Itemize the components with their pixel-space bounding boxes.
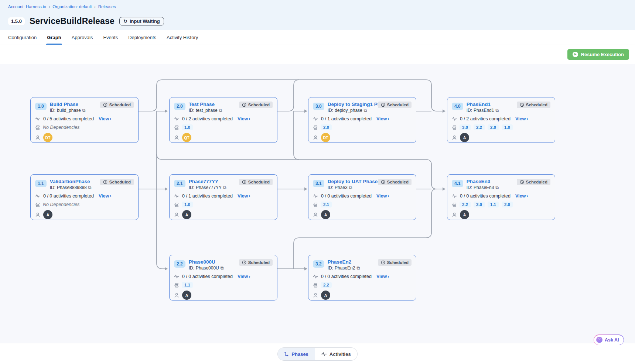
avatar[interactable]: QT xyxy=(182,133,191,142)
activities-toggle-button[interactable]: Activities xyxy=(315,348,357,360)
dependency-chip[interactable]: 2.0 xyxy=(488,124,499,130)
view-activities-link[interactable]: View› xyxy=(376,193,389,199)
breadcrumb-account-link[interactable]: Account: Harness.io xyxy=(8,4,46,9)
phase-card[interactable]: 1.1 ValidartionPhase ID:Phase8889898 ⧉ S… xyxy=(30,174,139,220)
phase-name-link[interactable]: Test Phase xyxy=(189,102,239,107)
view-activities-link[interactable]: View› xyxy=(99,193,111,199)
tab-configuration[interactable]: Configuration xyxy=(8,30,37,45)
phase-graph-canvas[interactable]: Ask AI 1.0 Build Phase ID:build_phase ⧉ … xyxy=(0,64,635,343)
tab-graph[interactable]: Graph xyxy=(47,30,61,45)
view-activities-link[interactable]: View› xyxy=(238,274,250,279)
phase-card[interactable]: 1.0 Build Phase ID:build_phase ⧉ Schedul… xyxy=(30,97,139,143)
assignee-row: A xyxy=(313,210,412,219)
phase-card[interactable]: 2.2 Phase000U ID:Phase000U ⧉ Scheduled xyxy=(169,255,277,301)
breadcrumb-organization-link[interactable]: Organization: default xyxy=(52,4,92,9)
dependency-chip[interactable]: 1.1 xyxy=(182,282,193,288)
view-activities-link[interactable]: View› xyxy=(376,116,389,121)
dependency-chip[interactable]: 3.0 xyxy=(474,202,485,207)
dependency-chip[interactable]: 3.0 xyxy=(460,124,471,130)
avatar[interactable]: A xyxy=(460,133,469,142)
dependency-chip[interactable]: 2.0 xyxy=(321,124,332,130)
copy-icon[interactable]: ⧉ xyxy=(88,185,92,190)
avatar[interactable]: A xyxy=(43,210,52,219)
avatar[interactable]: DT xyxy=(321,133,330,142)
activities-count: 0 / 2 activities completed xyxy=(182,116,233,121)
view-activities-link[interactable]: View› xyxy=(238,116,250,121)
activities-row: 0 / 1 activities completed View› xyxy=(313,116,412,121)
dependency-chip[interactable]: 2.2 xyxy=(460,202,471,207)
refresh-clock-icon: ↻ xyxy=(123,19,127,24)
phase-card[interactable]: 4.1 PhaseEn3 ID:PhaseEn3 ⧉ Scheduled 0 xyxy=(447,174,555,220)
copy-icon[interactable]: ⧉ xyxy=(364,108,367,113)
resume-execution-button[interactable]: Resume Execution xyxy=(567,49,629,60)
phase-name-link[interactable]: PhaseEn3 xyxy=(467,179,517,184)
view-activities-link[interactable]: View› xyxy=(238,193,250,199)
phase-card[interactable]: 4.0 PhasEnd1 ID:PhasEnd1 ⧉ Scheduled 0 xyxy=(447,97,555,143)
phase-number-badge: 3.1 xyxy=(313,180,324,187)
phase-card[interactable]: 2.0 Test Phase ID:test_phase ⧉ Scheduled xyxy=(169,97,277,143)
avatar[interactable]: A xyxy=(321,210,330,219)
dependency-chip[interactable]: 1.0 xyxy=(502,124,513,130)
activities-row: 0 / 2 activities completed View› xyxy=(174,116,273,121)
activity-waveform-icon xyxy=(313,117,318,121)
phase-name-link[interactable]: PhasEnd1 xyxy=(467,102,517,107)
breadcrumb-releases-link[interactable]: Releases xyxy=(98,4,116,9)
phase-name-link[interactable]: Phase777YY xyxy=(189,179,239,184)
phase-name-link[interactable]: Build Phase xyxy=(50,102,100,107)
copy-icon[interactable]: ⧉ xyxy=(219,108,222,113)
copy-icon[interactable]: ⧉ xyxy=(82,108,86,113)
assignee-row: A xyxy=(313,291,412,300)
dependencies-row: 1.0 xyxy=(174,124,273,131)
view-activities-link[interactable]: View› xyxy=(99,116,111,121)
copy-icon[interactable]: ⧉ xyxy=(349,185,352,190)
view-activities-link[interactable]: View› xyxy=(515,116,528,121)
phase-card[interactable]: 3.1 Deploy to UAT Phase ID:Phae3 ⧉ Sched… xyxy=(308,174,416,220)
person-icon xyxy=(174,135,179,140)
dependency-chip[interactable]: 1.0 xyxy=(182,202,193,207)
dependency-chip[interactable]: 2.2 xyxy=(474,124,485,130)
dependency-chip[interactable]: 1.0 xyxy=(182,124,193,130)
avatar[interactable]: A xyxy=(182,210,191,219)
copy-icon[interactable]: ⧉ xyxy=(356,265,360,271)
avatar[interactable]: DT xyxy=(43,133,52,142)
activity-waveform-icon xyxy=(174,117,180,121)
tab-approvals[interactable]: Approvals xyxy=(72,30,93,45)
dependencies-icon xyxy=(313,283,318,288)
breadcrumb-separator: › xyxy=(94,5,95,9)
phase-name-link[interactable]: Deploy to Staging1 Phase xyxy=(328,102,378,107)
assignee-row: A xyxy=(452,210,550,219)
copy-icon[interactable]: ⧉ xyxy=(221,265,224,271)
tab-events[interactable]: Events xyxy=(103,30,118,45)
dependency-chip[interactable]: 2.0 xyxy=(502,202,513,207)
avatar[interactable]: A xyxy=(182,291,191,300)
ask-ai-button[interactable]: Ask AI xyxy=(594,334,624,345)
avatar[interactable]: A xyxy=(460,210,469,219)
person-icon xyxy=(313,212,318,217)
phases-toggle-button[interactable]: Phases xyxy=(278,348,315,360)
phase-name-link[interactable]: PhaseEn2 xyxy=(328,259,378,265)
dependency-chip[interactable]: 2.2 xyxy=(321,282,332,288)
phase-card[interactable]: 2.1 Phase777YY ID:Phase777YY ⧉ Scheduled xyxy=(169,174,277,220)
tab-activity-history[interactable]: Activity History xyxy=(167,30,198,45)
phase-name-link[interactable]: Deploy to UAT Phase xyxy=(328,179,378,184)
dependencies-icon xyxy=(313,125,318,130)
phase-name-link[interactable]: Phase000U xyxy=(189,259,239,265)
activity-waveform-icon xyxy=(313,194,318,198)
clock-icon xyxy=(103,103,107,107)
view-activities-link[interactable]: View› xyxy=(515,193,528,199)
activity-waveform-icon xyxy=(35,194,41,198)
phase-card[interactable]: 3.0 Deploy to Staging1 Phase ID:deploy_p… xyxy=(308,97,416,143)
status-badge: Scheduled xyxy=(517,102,550,108)
phase-name-link[interactable]: ValidartionPhase xyxy=(50,179,100,184)
copy-icon[interactable]: ⧉ xyxy=(223,185,226,190)
tab-deployments[interactable]: Deployments xyxy=(128,30,156,45)
copy-icon[interactable]: ⧉ xyxy=(495,185,499,190)
person-icon xyxy=(174,293,179,298)
phase-card[interactable]: 3.2 PhaseEn2 ID:PhaseEn2 ⧉ Scheduled 0 xyxy=(308,255,416,301)
copy-icon[interactable]: ⧉ xyxy=(495,108,499,113)
status-badge: Scheduled xyxy=(378,179,412,185)
view-activities-link[interactable]: View› xyxy=(376,274,389,279)
dependency-chip[interactable]: 1.1 xyxy=(488,202,499,207)
avatar[interactable]: A xyxy=(321,291,330,300)
dependency-chip[interactable]: 2.1 xyxy=(321,202,332,207)
